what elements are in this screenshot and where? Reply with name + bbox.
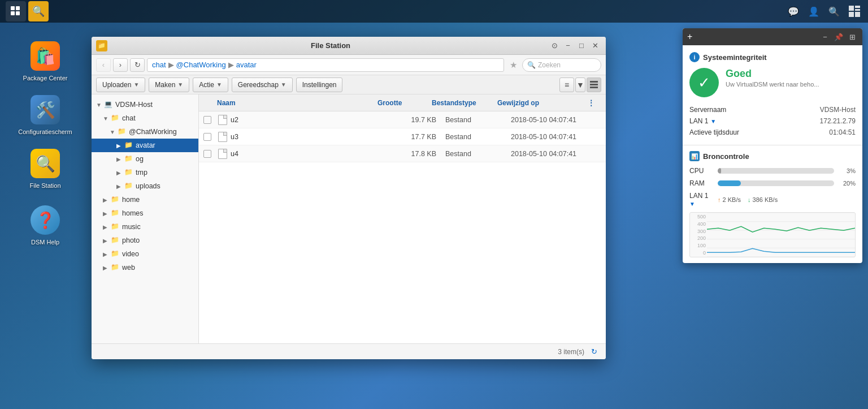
header-gewijzigd[interactable]: Gewijzigd op [497, 99, 588, 107]
window-maximize-button[interactable]: □ [575, 40, 588, 52]
file-station-window: 📁 File Station ⊙ − □ ✕ ‹ › ↻ chat ▶ @Cha… [92, 37, 606, 359]
sidebar-item-music[interactable]: ▶ 📁 music [92, 220, 198, 234]
back-button[interactable]: ‹ [96, 58, 111, 72]
path-bar[interactable]: chat ▶ @ChatWorking ▶ avatar [147, 58, 504, 72]
sidebar-item-web[interactable]: ▶ 📁 web [92, 261, 198, 274]
window-close-button[interactable]: ✕ [589, 40, 601, 52]
chart-label-100: 100 [690, 243, 706, 248]
web-folder-icon: 📁 [111, 263, 120, 272]
sidebar-uploads-label: uploads [136, 182, 160, 190]
path-segment-avatar[interactable]: avatar [236, 61, 257, 69]
lan-resource-dropdown[interactable]: ▼ [689, 201, 695, 207]
apps-menu-button[interactable] [6, 1, 26, 21]
package-center-label: Package Center [23, 74, 68, 82]
server-row: Servernaam VDSM-Host [689, 104, 856, 115]
chat-icon[interactable]: 💬 [785, 3, 801, 19]
uptime-row: Actieve tijdsduur 01:04:51 [689, 127, 856, 138]
home-expand-arrow: ▶ [103, 197, 111, 203]
file-station-taskbar-button[interactable]: 🔍 [28, 1, 49, 21]
chart-label-300: 300 [690, 229, 706, 234]
homes-folder-icon: 📁 [111, 209, 120, 218]
sidebar-item-photo[interactable]: ▶ 📁 photo [92, 234, 198, 247]
header-more[interactable]: ⋮ [588, 99, 601, 107]
video-expand-arrow: ▶ [103, 251, 111, 257]
user-icon[interactable]: 👤 [806, 3, 822, 19]
sidebar-homes-label: homes [122, 209, 144, 217]
sidebar-item-tmp[interactable]: ▶ 📁 tmp [92, 166, 198, 179]
uploads-folder-icon: 📁 [124, 182, 133, 191]
lan-dropdown[interactable]: ▼ [710, 118, 716, 124]
desktop-icon-file-station[interactable]: 🔍 File Station [20, 144, 71, 194]
checkbox-u2[interactable] [203, 116, 211, 124]
search-placeholder: Zoeken [538, 61, 561, 69]
chart-labels: 500 400 300 200 100 0 [690, 213, 707, 257]
header-bestandstype[interactable]: Bestandstype [432, 99, 488, 107]
sidebar-item-home[interactable]: ▶ 📁 home [92, 193, 198, 206]
sidebar-item-chat[interactable]: ▼ 📁 chat [92, 111, 198, 125]
header-grootte[interactable]: Grootte [377, 99, 423, 107]
sidebar-item-uploads[interactable]: ▶ 📁 uploads [92, 179, 198, 193]
item-count: 3 item(s) [558, 348, 584, 356]
window-pin-button[interactable]: ⊙ [548, 40, 561, 52]
widget-minimize-button[interactable]: − [819, 31, 831, 42]
list-view-button[interactable]: ≡ [559, 78, 574, 92]
actie-arrow: ▼ [216, 81, 222, 88]
sidebar-item-chatworking[interactable]: ▼ 📁 @ChatWorking [92, 125, 198, 139]
cpu-label: CPU [689, 167, 713, 175]
widget-pin-button[interactable]: 📌 [833, 31, 844, 42]
refresh-button[interactable]: ↻ [130, 58, 145, 72]
chart-area [707, 213, 855, 257]
path-segment-chat[interactable]: chat [152, 61, 166, 69]
checkbox-u3[interactable] [203, 133, 211, 141]
instellingen-button[interactable]: Instellingen [296, 78, 343, 92]
uploaden-button[interactable]: Uploaden ▼ [96, 78, 145, 92]
action-bar: Uploaden ▼ Maken ▼ Actie ▼ Gereedschap ▼… [92, 75, 606, 94]
favorite-button[interactable]: ★ [506, 58, 520, 72]
search-icon[interactable]: 🔍 [826, 3, 842, 19]
desktop-icon-configuratiescherm[interactable]: 🛠️ Configuratiescherm [20, 91, 71, 140]
gereedschap-button[interactable]: Gereedschap ▼ [232, 78, 293, 92]
widget-icon[interactable] [847, 3, 862, 19]
forward-button[interactable]: › [113, 58, 128, 72]
sidebar-item-og[interactable]: ▶ 📁 og [92, 152, 198, 166]
uptime-value: 01:04:51 [829, 128, 856, 136]
dsm-help-label: DSM Help [31, 238, 59, 246]
path-segment-chatworking[interactable]: @ChatWorking [176, 61, 226, 69]
chatworking-expand-arrow: ▼ [110, 129, 118, 135]
system-integrity-section: i Systeemintegriteit ✓ Goed Uw VirtualDS… [683, 45, 862, 145]
photo-expand-arrow: ▶ [103, 238, 111, 244]
sidebar-item-avatar[interactable]: ▶ 📁 avatar [92, 139, 198, 152]
sidebar-photo-label: photo [122, 236, 140, 244]
integrity-details: Servernaam VDSM-Host LAN 1 ▼ 172.21.2.79… [689, 104, 856, 138]
row-checkbox [203, 150, 217, 158]
table-row[interactable]: u4 17.8 KB Bestand 2018-05-10 04:07:41 [199, 145, 606, 162]
detail-view-button[interactable] [587, 78, 601, 92]
widget-add-button[interactable]: + [687, 32, 692, 42]
widget-settings-button[interactable]: ⊞ [847, 31, 858, 42]
window-minimize-button[interactable]: − [562, 40, 574, 52]
table-row[interactable]: u3 17.7 KB Bestand 2018-05-10 04:07:41 [199, 128, 606, 145]
desktop-icon-package-center[interactable]: 🛍️ Package Center [20, 37, 71, 87]
header-naam[interactable]: Naam [217, 99, 377, 107]
actie-button[interactable]: Actie ▼ [193, 78, 228, 92]
uploaden-arrow: ▼ [133, 81, 139, 88]
sidebar-item-homes[interactable]: ▶ 📁 homes [92, 206, 198, 220]
file-size-u4: 17.8 KB [391, 150, 436, 158]
search-box[interactable]: 🔍 Zoeken [522, 58, 601, 72]
table-row[interactable]: u2 19.7 KB Bestand 2018-05-10 04:07:41 [199, 111, 606, 128]
desktop-icon-dsm-help[interactable]: ❓ DSM Help [20, 201, 71, 251]
svg-rect-2 [11, 11, 15, 15]
actie-label: Actie [199, 81, 214, 89]
maken-button[interactable]: Maken ▼ [149, 78, 189, 92]
checkbox-u4[interactable] [203, 150, 211, 158]
chat-folder-icon: 📁 [111, 114, 120, 123]
sidebar-item-video[interactable]: ▶ 📁 video [92, 247, 198, 261]
homes-expand-arrow: ▶ [103, 210, 111, 217]
status-refresh-button[interactable]: ↻ [589, 347, 599, 357]
status-description: Uw VirtualDSM werkt naar beho... [726, 81, 819, 88]
file-icon-u3 [218, 132, 227, 142]
view-buttons: ≡ ▼ [559, 78, 601, 92]
lan-resource-row: LAN 1 ▼ ↑ 2 KB/s ↓ 386 KB/s [689, 192, 856, 208]
list-view-dropdown[interactable]: ▼ [575, 78, 585, 92]
music-folder-icon: 📁 [111, 222, 120, 231]
